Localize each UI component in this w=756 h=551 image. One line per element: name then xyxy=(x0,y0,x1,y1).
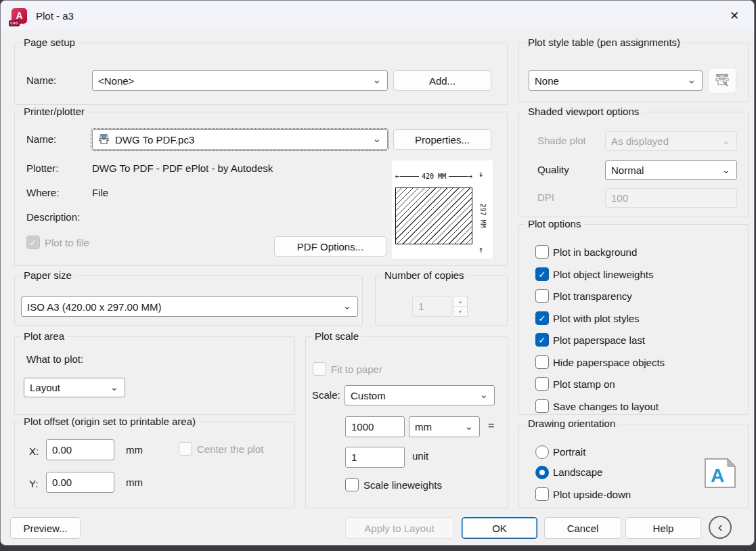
scale-lineweights-label: Scale lineweights xyxy=(363,479,442,491)
offset-y-label: Y: xyxy=(29,478,38,489)
save-changes-to-layout-label: Save changes to layout xyxy=(553,401,659,412)
plot-with-plot-styles-checkbox[interactable]: ✓ xyxy=(535,311,549,325)
paper-height-value: 297 MM xyxy=(479,196,487,236)
description-label: Description: xyxy=(26,211,80,223)
plot-style-dropdown[interactable]: None ⌄ xyxy=(529,70,703,91)
plot-style-legend: Plot style table (pen assignments) xyxy=(525,37,684,48)
properties-button[interactable]: Properties... xyxy=(393,129,491,150)
portrait-label: Portrait xyxy=(553,446,585,458)
paper-size-legend: Paper size xyxy=(20,269,75,281)
offset-x-label: X: xyxy=(29,445,39,457)
close-icon: ✕ xyxy=(730,9,739,23)
fit-to-paper-label: Fit to paper xyxy=(331,363,382,375)
paper-units-dropdown-value: mm xyxy=(415,421,432,433)
preview-button[interactable]: Preview... xyxy=(10,517,81,539)
plot-transparency-checkbox[interactable]: ✓ xyxy=(535,289,549,303)
copies-legend: Number of copies xyxy=(381,269,468,281)
landscape-paper-icon: A xyxy=(705,458,736,488)
paper-area-hatch xyxy=(395,188,472,244)
copies-spinner: ▲ ▼ xyxy=(453,296,468,317)
close-button[interactable]: ✕ xyxy=(724,6,744,25)
drawing-units-value: 1 xyxy=(351,451,357,463)
check-icon: ✓ xyxy=(539,336,546,345)
offset-y-value: 0.00 xyxy=(52,477,72,488)
collapse-chevron-icon: ‹ xyxy=(718,519,723,535)
what-to-plot-value: Layout xyxy=(30,382,60,393)
shade-plot-dropdown: As displayed ⌄ xyxy=(605,131,737,151)
offset-x-value: 0.00 xyxy=(52,444,72,456)
center-plot-label: Center the plot xyxy=(197,443,263,455)
plot-to-file-checkbox: ✓ xyxy=(26,236,40,249)
plot-offset-group: Plot offset (origin set to printable are… xyxy=(14,422,295,508)
shaded-viewport-legend: Shaded viewport options xyxy=(525,106,642,117)
autocad-logo-badge: CAD xyxy=(9,20,20,26)
drawing-units-input[interactable]: 1 xyxy=(345,447,405,468)
hide-paperspace-objects-label: Hide paperspace objects xyxy=(553,357,665,368)
page-setup-name-label: Name: xyxy=(26,74,56,86)
dpi-value: 100 xyxy=(611,192,628,204)
plot-object-lineweights-checkbox[interactable]: ✓ xyxy=(535,267,549,281)
scale-lineweights-checkbox[interactable]: ✓ xyxy=(345,478,359,491)
title-bar: A CAD Plot - a3 ✕ xyxy=(1,1,754,30)
autocad-logo-letter: A xyxy=(16,10,22,21)
quality-value: Normal xyxy=(611,164,644,176)
paper-units-input[interactable]: 1000 xyxy=(345,416,405,437)
plot-offset-legend: Plot offset (origin set to printable are… xyxy=(20,416,199,427)
autocad-logo-icon: A CAD xyxy=(12,8,27,24)
scale-label: Scale: xyxy=(312,389,340,401)
cancel-button[interactable]: Cancel xyxy=(544,517,621,539)
less-options-button[interactable]: ‹ xyxy=(709,516,732,539)
copies-input: 1 xyxy=(412,296,451,317)
plot-stamp-on-checkbox[interactable]: ✓ xyxy=(535,377,549,391)
chevron-down-icon: ⌄ xyxy=(721,164,730,175)
printer-name-label: Name: xyxy=(26,133,56,145)
landscape-label: Landscape xyxy=(553,466,602,478)
plot-style-value: None xyxy=(535,75,559,87)
help-button[interactable]: Help xyxy=(625,517,701,539)
pdf-options-button[interactable]: PDF Options... xyxy=(274,236,386,257)
plot-paperspace-last-label: Plot paperspace last xyxy=(553,334,645,346)
offset-x-input[interactable]: 0.00 xyxy=(46,439,114,460)
paper-width-dimension: ← 420 MM → xyxy=(395,173,472,180)
save-changes-to-layout-checkbox[interactable]: ✓ xyxy=(535,399,549,413)
plot-upside-down-checkbox[interactable]: ✓ xyxy=(535,487,549,501)
plot-in-background-checkbox[interactable]: ✓ xyxy=(535,245,549,259)
chevron-down-icon: ⌄ xyxy=(110,382,118,392)
dpi-input: 100 xyxy=(605,188,737,208)
offset-x-unit: mm xyxy=(126,444,143,456)
portrait-radio[interactable] xyxy=(535,445,549,459)
plot-area-legend: Plot area xyxy=(20,330,68,342)
page-setup-legend: Page setup xyxy=(20,37,79,48)
arrow-down-icon: ↓ xyxy=(479,170,483,178)
equals-sign: = xyxy=(488,420,494,432)
paper-units-value: 1000 xyxy=(351,421,374,433)
center-plot-checkbox: ✓ xyxy=(179,442,192,456)
plot-object-lineweights-label: Plot object lineweights xyxy=(553,269,653,280)
landscape-radio[interactable] xyxy=(535,466,549,479)
offset-y-input[interactable]: 0.00 xyxy=(46,472,114,493)
where-label: Where: xyxy=(26,187,59,198)
add-button[interactable]: Add... xyxy=(393,70,491,91)
svg-text:A: A xyxy=(711,465,724,486)
paper-width-value: 420 MM xyxy=(419,173,449,180)
chevron-down-icon: ⌄ xyxy=(687,74,696,85)
what-to-plot-label: What to plot: xyxy=(26,353,83,365)
page-setup-name-dropdown[interactable]: <None> ⌄ xyxy=(92,70,388,91)
ok-button[interactable]: OK xyxy=(462,517,537,539)
shade-plot-label: Shade plot xyxy=(537,135,586,146)
quality-dropdown[interactable]: Normal ⌄ xyxy=(605,160,737,180)
scale-dropdown[interactable]: Custom ⌄ xyxy=(344,385,495,405)
plot-paperspace-last-checkbox[interactable]: ✓ xyxy=(535,333,549,347)
paper-units-dropdown[interactable]: mm ⌄ xyxy=(409,416,480,437)
edit-plot-style-icon xyxy=(713,73,731,89)
chevron-down-icon: ⌄ xyxy=(342,301,351,311)
chevron-down-icon: ⌄ xyxy=(721,135,730,146)
plot-in-background-label: Plot in background xyxy=(553,246,637,258)
paper-size-dropdown[interactable]: ISO A3 (420.00 x 297.00 MM) ⌄ xyxy=(21,296,358,317)
printer-name-dropdown[interactable]: DWG To PDF.pc3 ⌄ xyxy=(92,129,388,150)
what-to-plot-dropdown[interactable]: Layout ⌄ xyxy=(24,378,125,397)
hide-paperspace-objects-checkbox[interactable]: ✓ xyxy=(535,355,549,369)
check-icon: ✓ xyxy=(30,238,37,247)
spin-down-icon: ▼ xyxy=(453,307,467,316)
plotter-value: DWG To PDF - PDF ePlot - by Autodesk xyxy=(92,162,273,174)
